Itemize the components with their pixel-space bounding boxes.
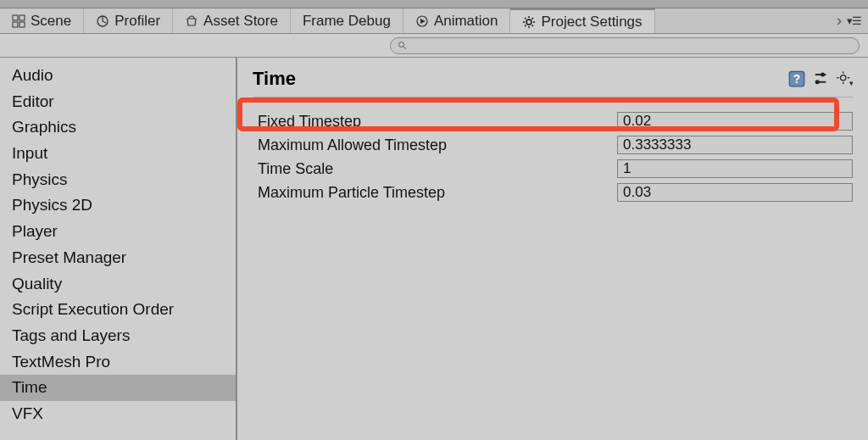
- tab-scene[interactable]: Scene: [0, 8, 84, 33]
- tab-label: Scene: [31, 13, 71, 30]
- search-icon: [398, 41, 408, 51]
- presets-button[interactable]: [812, 70, 829, 87]
- svg-line-15: [532, 25, 534, 26]
- sidebar-item-label: Editor: [12, 92, 54, 110]
- svg-point-26: [841, 75, 846, 81]
- sidebar-item-tags-and-layers[interactable]: Tags and Layers: [0, 323, 236, 349]
- tab-frame-debug[interactable]: Frame Debug: [291, 8, 403, 33]
- sidebar-item-audio[interactable]: Audio: [0, 63, 236, 89]
- tab-project-settings[interactable]: Project Settings: [510, 8, 654, 33]
- svg-rect-3: [19, 22, 25, 27]
- sidebar-item-label: Script Execution Order: [12, 300, 174, 318]
- sidebar-item-time[interactable]: Time: [0, 375, 236, 401]
- tab-profiler[interactable]: Profiler: [84, 8, 173, 33]
- sidebar-item-physics-2d[interactable]: Physics 2D: [0, 192, 236, 219]
- sidebar-item-graphics[interactable]: Graphics: [0, 114, 236, 141]
- property-row-time-scale: Time Scale 1: [253, 157, 853, 181]
- tab-options-icon: ▾☰: [847, 14, 861, 27]
- sidebar-item-label: Preset Manager: [12, 248, 126, 266]
- sidebar-item-label: Input: [12, 144, 47, 162]
- settings-panel: Time ? ▾ Fixed Timestep 0.02 Maximum All…: [237, 58, 868, 440]
- sidebar-item-script-execution-order[interactable]: Script Execution Order: [0, 297, 236, 323]
- sidebar-item-label: Physics 2D: [12, 196, 92, 214]
- field-value: 0.02: [623, 113, 651, 130]
- gear-small-icon: ▾: [836, 70, 853, 87]
- tab-label: Frame Debug: [303, 13, 391, 30]
- settings-category-sidebar: Audio Editor Graphics Input Physics Phys…: [0, 58, 237, 440]
- sliders-icon: [812, 70, 829, 87]
- sidebar-item-label: Player: [12, 222, 58, 240]
- scene-icon: [12, 14, 25, 28]
- property-row-max-particle-timestep: Maximum Particle Timestep 0.03: [253, 181, 853, 204]
- help-button[interactable]: ?: [788, 70, 805, 87]
- svg-point-25: [815, 80, 820, 84]
- svg-marker-8: [420, 19, 426, 24]
- svg-point-23: [821, 73, 825, 77]
- svg-line-6: [103, 21, 106, 23]
- tab-label: Project Settings: [541, 14, 642, 31]
- svg-line-19: [403, 46, 406, 48]
- cropped-toolbar: [0, 0, 868, 8]
- property-row-max-allowed-timestep: Maximum Allowed Timestep 0.3333333: [253, 133, 853, 157]
- property-row-fixed-timestep: Fixed Timestep 0.02: [253, 109, 853, 133]
- panel-titlebar: Time ? ▾: [253, 66, 853, 92]
- search-input[interactable]: [390, 37, 860, 54]
- property-label: Time Scale: [253, 160, 617, 178]
- sidebar-item-player[interactable]: Player: [0, 219, 236, 245]
- sidebar-item-input[interactable]: Input: [0, 141, 236, 167]
- property-label: Fixed Timestep: [253, 113, 617, 131]
- svg-text:▾: ▾: [849, 79, 853, 87]
- sidebar-item-vfx[interactable]: VFX: [0, 401, 236, 427]
- sidebar-item-label: Audio: [12, 66, 53, 84]
- tab-animation[interactable]: Animation: [403, 8, 511, 33]
- field-value: 0.03: [623, 184, 651, 201]
- settings-menu-button[interactable]: ▾: [836, 70, 853, 87]
- chevron-right-icon: ›: [837, 12, 842, 30]
- profiler-icon: [96, 14, 109, 28]
- sidebar-item-label: Quality: [12, 275, 62, 292]
- svg-rect-1: [19, 15, 25, 20]
- sidebar-item-label: VFX: [12, 404, 43, 422]
- tab-overflow[interactable]: › ▾☰: [830, 8, 868, 33]
- field-value: 0.3333333: [623, 136, 691, 153]
- property-label: Maximum Allowed Timestep: [253, 136, 617, 154]
- tab-label: Asset Store: [203, 13, 278, 30]
- sidebar-item-preset-manager[interactable]: Preset Manager: [0, 245, 236, 271]
- svg-line-14: [525, 18, 526, 19]
- sidebar-item-label: TextMesh Pro: [12, 353, 110, 370]
- max-particle-timestep-field[interactable]: 0.03: [617, 183, 853, 202]
- sidebar-item-editor[interactable]: Editor: [0, 89, 236, 115]
- svg-point-18: [399, 42, 404, 47]
- svg-point-9: [526, 19, 531, 25]
- help-icon: ?: [788, 70, 805, 87]
- time-scale-field[interactable]: 1: [617, 159, 853, 178]
- sidebar-item-label: Time: [12, 378, 47, 396]
- sidebar-item-quality[interactable]: Quality: [0, 271, 236, 298]
- tab-label: Animation: [434, 13, 498, 30]
- window-tab-bar: Scene Profiler Asset Store Frame Debug A…: [0, 8, 868, 34]
- field-value: 1: [623, 160, 631, 177]
- max-allowed-timestep-field[interactable]: 0.3333333: [617, 136, 853, 154]
- sidebar-item-label: Graphics: [12, 118, 76, 136]
- settings-search-row: [0, 34, 868, 58]
- svg-line-16: [525, 25, 526, 26]
- settings-body: Audio Editor Graphics Input Physics Phys…: [0, 58, 868, 440]
- svg-rect-2: [13, 22, 18, 27]
- tab-asset-store[interactable]: Asset Store: [173, 8, 291, 33]
- panel-title: Time: [253, 68, 296, 90]
- sidebar-item-physics[interactable]: Physics: [0, 167, 236, 193]
- svg-rect-0: [13, 15, 18, 20]
- sidebar-item-label: Tags and Layers: [12, 326, 130, 344]
- svg-text:?: ?: [793, 73, 800, 86]
- svg-line-17: [532, 18, 534, 19]
- property-label: Maximum Particle Timestep: [253, 184, 617, 202]
- tab-label: Profiler: [114, 13, 160, 30]
- animation-icon: [415, 14, 429, 28]
- sidebar-item-textmesh-pro[interactable]: TextMesh Pro: [0, 349, 236, 376]
- gear-icon: [522, 15, 536, 29]
- fixed-timestep-field[interactable]: 0.02: [617, 112, 853, 131]
- sidebar-item-label: Physics: [12, 170, 67, 188]
- asset-store-icon: [185, 14, 198, 28]
